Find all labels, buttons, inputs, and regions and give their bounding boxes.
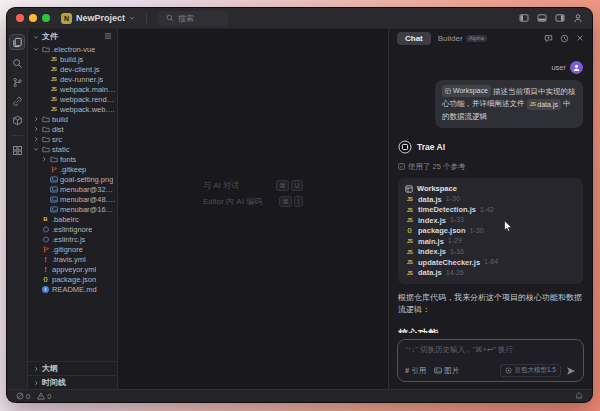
- tree-file-item[interactable]: JSwebpack.renderer.c...: [28, 94, 117, 104]
- chat-input-right: 豆包大模型1.5: [500, 364, 576, 377]
- workspace-file-row[interactable]: JSupdateChecker.js1-64: [405, 257, 576, 268]
- tree-file-item[interactable]: {}package.json: [28, 274, 117, 284]
- indent-spacer: [33, 245, 39, 253]
- file-tree: .electron-vueJSbuild.jsJSdev-client.jsJS…: [28, 44, 117, 294]
- extensions-icon[interactable]: [12, 145, 23, 156]
- indent-spacer: [41, 175, 47, 183]
- tree-folder-item[interactable]: fonts: [28, 154, 117, 164]
- tab-builder[interactable]: Builder Alpha: [438, 34, 487, 43]
- indent-spacer: [41, 205, 47, 213]
- chat-header-actions: [544, 34, 584, 43]
- source-control-icon[interactable]: [12, 77, 23, 88]
- model-icon: [505, 367, 512, 374]
- remote-link-icon[interactable]: [12, 96, 23, 107]
- tree-folder-item[interactable]: .electron-vue: [28, 44, 117, 54]
- workspace-file-row[interactable]: JStimeDetection.js1-42: [405, 205, 576, 216]
- model-label: 豆包大模型1.5: [514, 366, 556, 375]
- tree-file-item[interactable]: B.babelrc: [28, 214, 117, 224]
- new-chat-icon[interactable]: [544, 34, 553, 43]
- chevron-down-icon: [33, 34, 39, 40]
- explorer-actions-icon[interactable]: [104, 32, 112, 42]
- workspace-file-row[interactable]: {}package.json1-30: [405, 226, 576, 237]
- toggle-left-panel-icon[interactable]: [519, 13, 529, 23]
- tree-file-item[interactable]: JSwebpack.web.config...: [28, 104, 117, 114]
- timeline-section[interactable]: 时间线: [28, 375, 117, 389]
- tree-file-item[interactable]: .eslintrc.js: [28, 234, 117, 244]
- cmd-keycap: ⌘: [279, 196, 293, 207]
- chat-input-box[interactable]: "↑↓" 切换历史输入，"⌘+↩" 换行 #引用 图片 豆包大模型1.5: [397, 339, 584, 382]
- chevron-right-icon: [41, 155, 47, 163]
- tree-file-item[interactable]: menubar@16px.png: [28, 204, 117, 214]
- tree-folder-item[interactable]: static: [28, 144, 117, 154]
- yml-icon: !: [41, 265, 50, 273]
- activity-bar: [7, 29, 28, 389]
- references-row[interactable]: 使用了 25 个参考: [398, 161, 583, 172]
- chevron-down-icon: [33, 45, 39, 53]
- send-icon[interactable]: [566, 366, 576, 376]
- workspace-file-row[interactable]: JSindex.js1-33: [405, 215, 576, 226]
- tree-file-item[interactable]: .gitkeep: [28, 164, 117, 174]
- chat-messages: user Workspace 描述当前项目中实现的核心功能，并详细阐述文件 JS…: [389, 47, 592, 333]
- tree-file-item[interactable]: goal-setting.png: [28, 174, 117, 184]
- eslint-icon: [41, 225, 50, 233]
- workspace-card-title: Workspace: [417, 183, 457, 194]
- workspace-file-row[interactable]: JSdata.js1-30: [405, 194, 576, 205]
- package-box-icon[interactable]: [12, 115, 23, 126]
- data-js-chip[interactable]: JSdata.js: [527, 99, 561, 111]
- tree-folder-item[interactable]: src: [28, 134, 117, 144]
- chevron-right-icon: [33, 125, 39, 133]
- hash-icon: #: [405, 366, 409, 375]
- image-button[interactable]: 图片: [434, 366, 459, 376]
- reference-button[interactable]: #引用: [405, 366, 426, 376]
- global-search-input[interactable]: 搜索: [158, 11, 228, 26]
- toggle-right-panel-icon[interactable]: [555, 13, 565, 23]
- toggle-bottom-panel-icon[interactable]: [537, 13, 547, 23]
- close-window-button[interactable]: [16, 14, 24, 22]
- tree-file-item[interactable]: .eslintignore: [28, 224, 117, 234]
- explorer-activity-icon[interactable]: [9, 34, 25, 50]
- close-icon[interactable]: [576, 34, 584, 42]
- tree-file-item[interactable]: !appveyor.yml: [28, 264, 117, 274]
- tree-file-item[interactable]: !.travis.yml: [28, 254, 117, 264]
- chevron-right-icon: [33, 115, 39, 123]
- tree-file-item[interactable]: JSwebpack.main.confi...: [28, 84, 117, 94]
- workspace-file-row[interactable]: JSindex.js1-16: [405, 247, 576, 258]
- workspace-chip[interactable]: Workspace: [442, 85, 491, 97]
- tree-file-item[interactable]: menubar@48.png: [28, 194, 117, 204]
- tree-file-item[interactable]: JSbuild.js: [28, 54, 117, 64]
- outline-section[interactable]: 大纲: [28, 361, 117, 375]
- workspace-file-row[interactable]: JSmain.js1-29: [405, 236, 576, 247]
- tree-folder-item[interactable]: dist: [28, 124, 117, 134]
- problems-errors[interactable]: 0: [16, 392, 30, 401]
- tree-file-item[interactable]: JSdev-runner.js: [28, 74, 117, 84]
- history-icon[interactable]: [560, 34, 569, 43]
- tree-file-item[interactable]: .gitignore: [28, 244, 117, 254]
- tree-file-item[interactable]: iREADME.md: [28, 284, 117, 294]
- tree-folder-item[interactable]: build: [28, 114, 117, 124]
- tree-file-item[interactable]: menubar@32px.png: [28, 184, 117, 194]
- img-icon: [49, 205, 58, 213]
- tree-item-label: build: [52, 115, 68, 124]
- search-activity-icon[interactable]: [12, 58, 23, 69]
- notifications-bell-icon[interactable]: [575, 392, 583, 400]
- workspace-card-title-row: Workspace: [405, 183, 576, 194]
- error-count: 0: [26, 392, 30, 401]
- project-switcher[interactable]: N NewProject: [61, 13, 135, 24]
- editor-area[interactable]: 与 AI 对话 ⌘U Editor 内 AI 编码 ⌘I: [118, 29, 388, 389]
- assistant-name: Trae AI: [417, 141, 445, 154]
- chat-header: Chat Builder Alpha: [389, 29, 592, 47]
- account-icon[interactable]: [573, 13, 583, 23]
- minimize-window-button[interactable]: [29, 14, 37, 22]
- img-icon: [49, 175, 58, 183]
- tab-chat[interactable]: Chat: [397, 32, 431, 45]
- explorer-header[interactable]: 文件: [28, 29, 117, 44]
- model-selector[interactable]: 豆包大模型1.5: [500, 364, 561, 377]
- problems-warnings[interactable]: 0: [37, 392, 51, 401]
- tree-file-item[interactable]: JSdev-client.js: [28, 64, 117, 74]
- workspace-file-row[interactable]: JSdata.js14-26: [405, 268, 576, 279]
- workspace-file-range: 1-30: [470, 226, 484, 237]
- zoom-window-button[interactable]: [42, 14, 50, 22]
- tree-item-label: menubar@32px.png: [60, 185, 117, 194]
- hint-inline-code: Editor 内 AI 编码 ⌘I: [203, 196, 303, 207]
- i-keycap: I: [294, 196, 303, 207]
